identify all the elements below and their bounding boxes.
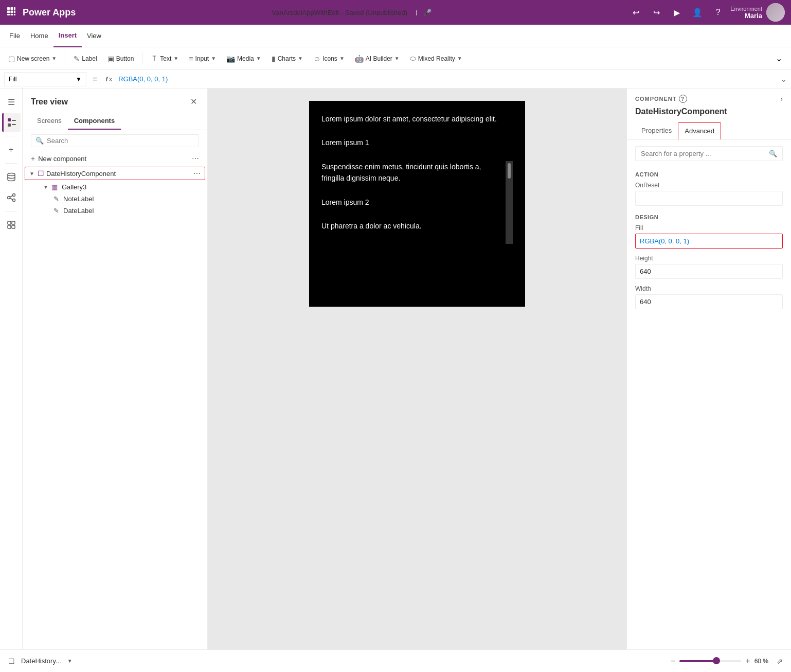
waffle-icon[interactable] [6,6,16,19]
fill-selector[interactable]: Fill ▼ [4,72,86,86]
components-icon[interactable] [2,216,21,234]
tab-properties[interactable]: Properties [635,122,678,139]
menu-file[interactable]: File [4,25,25,47]
data-icon[interactable] [2,168,21,186]
svg-rect-3 [7,11,10,13]
svg-line-18 [10,198,12,200]
search-input[interactable] [47,137,194,145]
svg-rect-4 [11,11,13,13]
height-field: Height [627,253,791,283]
user-icon[interactable]: 👤 [689,4,706,21]
component-icon: ☐ [38,169,44,178]
input-button[interactable]: ≡ Input ▼ [185,50,220,67]
icons-icon: ☺ [313,55,320,63]
new-component-button[interactable]: + New component ⋯ [23,151,207,166]
formula-expand-icon[interactable]: ⌄ [781,75,787,83]
on-reset-label: OnReset [635,182,783,189]
fill-label: Fill [635,224,783,232]
formula-input[interactable] [118,72,777,86]
ai-builder-icon: 🤖 [355,55,364,63]
ai-builder-button[interactable]: 🤖 AI Builder ▼ [351,50,404,67]
formula-bar: Fill ▼ = fx ⌄ [0,70,791,89]
media-button[interactable]: 📷 Media ▼ [222,50,265,67]
tree-item-date-history-component[interactable]: ▼ ☐ DateHistoryComponent ⋯ [25,167,205,180]
button-icon: ▣ [107,55,114,63]
tab-components[interactable]: Components [68,113,121,130]
menu-insert[interactable]: Insert [53,25,82,47]
tree-tabs: Screens Components [23,113,207,130]
right-search[interactable]: 🔍 [635,146,783,161]
tab-advanced[interactable]: Advanced [678,122,721,139]
on-reset-input[interactable] [635,191,783,206]
component-more[interactable]: ⋯ [193,169,201,178]
tree-item-note-label[interactable]: ✎ NoteLabel [23,193,207,205]
mixed-reality-button[interactable]: ⬭ Mixed Reality ▼ [406,50,466,67]
fx-button[interactable]: fx [103,75,114,83]
zoom-minus[interactable]: − [671,657,675,666]
svg-rect-5 [14,11,15,13]
connections-icon[interactable] [2,188,21,207]
toolbar-sep-1 [65,52,65,65]
label-button[interactable]: ✎ Label [69,50,101,67]
main-layout: ☰ + [0,89,791,649]
canvas-text-5: Ut pharetra a dolor ac vehicula. [321,220,506,232]
component-help-icon[interactable]: ? [679,95,687,103]
menu-view[interactable]: View [82,25,106,47]
charts-button[interactable]: ▮ Charts ▼ [267,50,307,67]
toolbar-more-button[interactable]: ⌄ [770,50,787,67]
bottom-chevron[interactable]: ▼ [67,658,73,664]
undo-button[interactable]: ↩ [627,4,644,21]
text-chevron: ▼ [173,56,178,61]
tree-chevron-down: ▼ [29,171,34,176]
zoom-plus[interactable]: + [745,657,750,666]
redo-button[interactable]: ↪ [648,4,664,21]
menu-home[interactable]: Home [25,25,53,47]
top-bar-grid: Power Apps VanArsdelAppWithEdit - Saved … [6,3,785,22]
width-input[interactable] [635,294,783,309]
media-icon: 📷 [226,55,235,63]
new-component-icon: + [31,154,35,163]
svg-rect-11 [12,120,16,121]
tree-view-icon[interactable] [2,113,21,132]
button-button[interactable]: ▣ Button [103,50,138,67]
svg-point-16 [12,199,15,202]
tree-close-button[interactable]: ✕ [188,95,199,109]
zoom-slider-track [679,660,716,662]
text-button[interactable]: Ｔ Text ▼ [147,50,183,67]
new-screen-button[interactable]: ▢ New screen ▼ [4,50,61,67]
fill-field: Fill [627,222,791,253]
add-icon[interactable]: + [2,140,21,159]
zoom-slider[interactable] [679,660,741,662]
new-component-more[interactable]: ⋯ [192,154,199,163]
height-input[interactable] [635,264,783,279]
svg-rect-6 [7,14,10,15]
scroll-thumb [508,163,511,179]
top-bar: Power Apps VanArsdelAppWithEdit - Saved … [0,0,791,25]
canvas-scrollbar[interactable] [506,161,513,244]
zoom-expand-icon[interactable]: ⇗ [777,657,783,665]
tree-search[interactable]: 🔍 [31,134,199,147]
fill-input[interactable] [635,234,783,249]
environment-info: Environment Maria [730,6,762,20]
property-search-input[interactable] [641,150,766,157]
zoom-percent: 60 % [754,658,768,665]
tree-item-date-label[interactable]: ✎ DateLabel [23,205,207,217]
left-sep-2 [5,163,17,164]
fill-selector-chevron: ▼ [76,76,82,83]
media-chevron: ▼ [256,56,261,61]
hamburger-icon[interactable]: ☰ [2,93,21,111]
tab-screens[interactable]: Screens [31,113,68,130]
svg-rect-20 [12,221,15,224]
help-icon[interactable]: ? [710,4,726,21]
design-section-header: DESIGN [627,210,791,222]
input-chevron: ▼ [211,56,216,61]
equals-icon[interactable]: = [91,75,99,84]
tree-item-gallery3[interactable]: ▼ ▦ Gallery3 [23,181,207,193]
icons-button[interactable]: ☺ Icons ▼ [309,50,349,67]
bottom-bar: ☐ DateHistory... ▼ − + 60 % ⇗ [0,649,791,672]
right-panel-chevron[interactable]: › [780,95,783,103]
app-name: Power Apps [23,7,76,18]
play-button[interactable]: ▶ [669,4,685,21]
avatar[interactable] [766,3,785,22]
gallery-icon: ▦ [51,183,58,191]
